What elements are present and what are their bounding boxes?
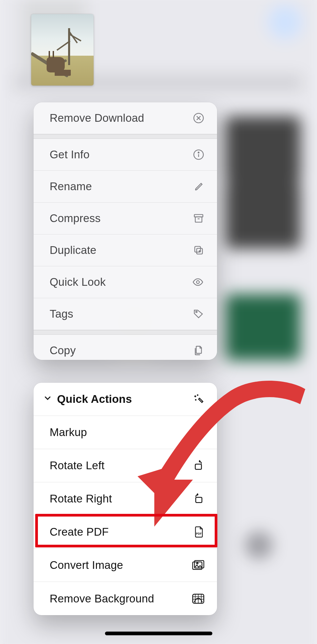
file-preview-thumbnail[interactable]	[31, 14, 94, 86]
checker-bg-icon	[192, 593, 204, 604]
menu-item-label: Create PDF	[50, 526, 194, 538]
rotate-right-icon	[193, 493, 204, 504]
menu-item-label: Compress	[50, 212, 193, 225]
menu-item-label: Duplicate	[50, 244, 193, 257]
menu-item-copy[interactable]: Copy	[34, 335, 217, 360]
menu-item-label: Tags	[50, 308, 193, 320]
chevron-down-icon	[43, 393, 52, 406]
photos-icon	[192, 560, 204, 571]
menu-separator	[34, 330, 217, 335]
svg-point-15	[197, 562, 198, 564]
menu-item-duplicate[interactable]: Duplicate	[34, 234, 217, 266]
menu-item-label: Rotate Left	[50, 459, 193, 472]
menu-item-remove-download[interactable]: Remove Download	[34, 102, 217, 134]
sparkle-wand-icon	[193, 393, 204, 405]
menu-item-rename[interactable]: Rename	[34, 171, 217, 203]
quick-action-markup[interactable]: Markup	[34, 416, 217, 449]
quick-actions-menu: Quick Actions Markup Rotate Left Rotate …	[34, 383, 217, 615]
menu-item-label: Markup	[50, 426, 193, 439]
svg-rect-10	[195, 464, 201, 470]
menu-item-quick-look[interactable]: Quick Look	[34, 266, 217, 298]
svg-point-8	[196, 311, 197, 313]
doc-on-doc-icon	[193, 345, 204, 356]
svg-point-7	[197, 281, 200, 284]
duplicate-icon	[193, 245, 204, 256]
quick-action-rotate-right[interactable]: Rotate Right	[34, 482, 217, 516]
menu-item-label: Copy	[50, 344, 193, 357]
pencil-icon	[194, 181, 204, 192]
menu-item-label: Rotate Right	[50, 492, 193, 505]
svg-point-9	[194, 428, 203, 437]
menu-item-label: Remove Background	[50, 592, 192, 605]
quick-actions-header[interactable]: Quick Actions	[34, 383, 217, 416]
quick-action-remove-background[interactable]: Remove Background	[34, 582, 217, 615]
menu-item-label: Remove Download	[50, 112, 193, 124]
svg-text:PDF: PDF	[196, 532, 202, 535]
pdf-doc-icon: PDF	[194, 526, 204, 538]
info-icon	[193, 149, 204, 160]
markup-icon	[193, 427, 204, 438]
menu-separator	[34, 134, 217, 139]
menu-item-label: Get Info	[50, 148, 193, 161]
menu-item-tags[interactable]: Tags	[34, 298, 217, 330]
quick-actions-title: Quick Actions	[57, 393, 193, 406]
svg-point-2	[198, 152, 199, 153]
home-indicator	[105, 632, 212, 635]
quick-action-convert-image[interactable]: Convert Image	[34, 549, 217, 582]
menu-item-compress[interactable]: Compress	[34, 203, 217, 234]
quick-action-rotate-left[interactable]: Rotate Left	[34, 449, 217, 482]
eye-icon	[192, 276, 204, 288]
menu-item-label: Rename	[50, 180, 194, 193]
archivebox-icon	[193, 213, 204, 224]
menu-item-label: Quick Look	[50, 276, 192, 288]
svg-rect-4	[195, 217, 202, 222]
remove-circle-icon	[193, 112, 204, 124]
tag-icon	[193, 308, 204, 320]
menu-item-get-info[interactable]: Get Info	[34, 139, 217, 171]
menu-item-label: Convert Image	[50, 559, 192, 572]
svg-rect-11	[196, 497, 202, 503]
rotate-left-icon	[193, 460, 204, 471]
quick-action-create-pdf[interactable]: Create PDF PDF	[34, 516, 217, 549]
context-menu: Remove Download Get Info Rename Compress…	[34, 102, 217, 360]
